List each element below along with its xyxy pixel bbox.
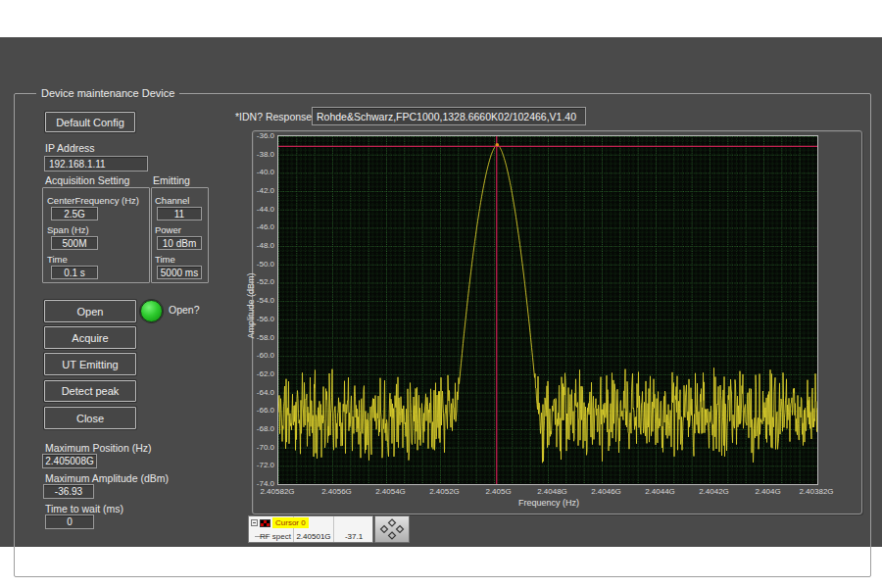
application-window: Device maintenance Device Default Config… xyxy=(0,0,882,588)
time-to-wait-field[interactable]: 0 xyxy=(45,514,94,529)
idn-response-field: Rohde&Schwarz,FPC1000,1328.6660K02/10246… xyxy=(312,107,586,125)
y-tick-label: -48.0 xyxy=(239,241,274,250)
y-tick-label: -64.0 xyxy=(239,388,274,397)
x-tick-label: 2.4046G xyxy=(585,487,628,496)
x-tick-label: 2.4044G xyxy=(639,487,682,496)
cursor-plot-name: RF spect xyxy=(249,532,292,541)
y-tick-label: -56.0 xyxy=(239,315,274,323)
y-tick-label: -62.0 xyxy=(239,369,274,378)
x-tick-label: 2.404G xyxy=(747,487,790,496)
acq-time-label: Time xyxy=(47,254,68,265)
open-led-label: Open? xyxy=(169,304,200,316)
cursor-legend[interactable]: Cursor 0 RF spect 2.40501G -37.1 xyxy=(248,515,373,543)
open-led-indicator xyxy=(140,300,163,322)
emit-time-label: Time xyxy=(155,254,175,265)
x-tick-label: 2.4056G xyxy=(316,487,359,496)
x-tick-label: 2.4052G xyxy=(423,487,466,496)
open-button[interactable]: Open xyxy=(44,300,136,322)
close-button[interactable]: Close xyxy=(44,407,136,429)
y-tick-label: -70.0 xyxy=(239,443,274,452)
center-frequency-label: CenterFrequency (Hz) xyxy=(47,195,139,206)
power-field[interactable]: 10 dBm xyxy=(157,236,202,250)
acq-time-field[interactable]: 0.1 s xyxy=(51,266,98,279)
cursor-style-swatch-icon[interactable] xyxy=(260,519,270,527)
y-tick-label: -40.0 xyxy=(239,168,274,176)
max-amplitude-field: -36.93 xyxy=(43,484,94,499)
x-tick-label: 2.40582G xyxy=(256,487,299,496)
channel-field[interactable]: 11 xyxy=(157,207,202,220)
center-frequency-field[interactable]: 2.5G xyxy=(51,207,98,220)
x-tick-label: 2.4048G xyxy=(531,487,574,496)
x-tick-label: 2.4042G xyxy=(693,487,736,496)
max-position-label: Maximum Position (Hz) xyxy=(45,442,152,454)
x-axis-title: Frequency (Hz) xyxy=(488,498,610,508)
y-tick-label: -36.0 xyxy=(239,131,274,140)
y-tick-label: -60.0 xyxy=(239,351,274,360)
default-config-button[interactable]: Default Config xyxy=(45,112,135,132)
groupbox-title: Device maintenance Device xyxy=(36,87,179,99)
y-tick-label: -42.0 xyxy=(239,186,274,195)
span-field[interactable]: 500M xyxy=(51,236,98,250)
y-tick-label: -52.0 xyxy=(239,277,274,286)
ut-emitting-button[interactable]: UT Emitting xyxy=(44,353,136,375)
spectrum-plot-svg xyxy=(278,136,817,484)
legend-expander-icon[interactable] xyxy=(251,519,258,526)
detect-peak-button[interactable]: Detect peak xyxy=(44,380,136,402)
front-panel: Device maintenance Device Default Config… xyxy=(0,37,882,547)
y-tick-label: -58.0 xyxy=(239,333,274,342)
cursor-y-value: -37.1 xyxy=(334,532,373,541)
idn-response-label: *IDN? Response xyxy=(235,111,312,122)
span-label: Span (Hz) xyxy=(47,224,89,235)
y-tick-label: -72.0 xyxy=(239,461,274,469)
x-tick-label: 2.405G xyxy=(477,487,520,496)
emitting-label: Emitting xyxy=(153,174,190,186)
y-tick-label: -38.0 xyxy=(239,150,274,159)
cursor-mover-button[interactable] xyxy=(374,515,410,543)
ip-address-label: IP Address xyxy=(45,142,95,154)
x-tick-label: 2.4054G xyxy=(369,487,413,496)
diamond-pad-icon xyxy=(377,517,407,541)
power-label: Power xyxy=(155,224,181,235)
spectrum-plot-area[interactable] xyxy=(277,135,818,485)
cursor-name-cell[interactable]: Cursor 0 xyxy=(272,517,309,528)
y-tick-label: -68.0 xyxy=(239,424,274,433)
channel-label: Channel xyxy=(155,195,189,206)
ip-address-field[interactable]: 192.168.1.11 xyxy=(44,156,148,172)
y-tick-label: -54.0 xyxy=(239,296,274,305)
max-position-field: 2.405008G xyxy=(42,454,97,468)
emit-time-field[interactable]: 5000 ms xyxy=(157,266,202,279)
max-amplitude-label: Maximum Amplitude (dBm) xyxy=(45,472,169,484)
x-tick-label: 2.40382G xyxy=(795,487,838,496)
acquire-button[interactable]: Acquire xyxy=(44,326,136,349)
y-tick-label: -50.0 xyxy=(239,260,274,269)
time-to-wait-label: Time to wait (ms) xyxy=(45,503,123,514)
y-tick-label: -44.0 xyxy=(239,205,274,214)
y-tick-label: -66.0 xyxy=(239,406,274,415)
y-tick-label: -46.0 xyxy=(239,222,274,231)
acquisition-setting-label: Acquisition Setting xyxy=(45,174,129,186)
cursor-x-value: 2.40501G xyxy=(294,532,333,541)
